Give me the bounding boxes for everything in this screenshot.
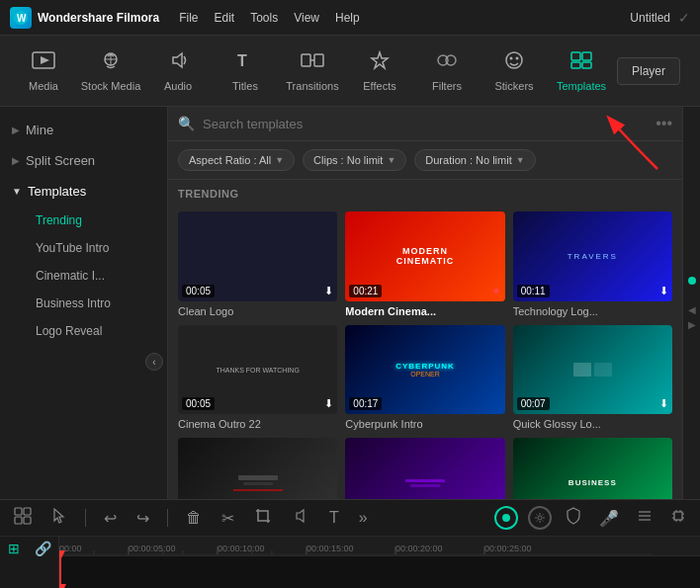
transitions-label: Transitions [286,80,338,92]
sidebar-split-screen-label: Split Screen [26,153,95,168]
toolbar-media[interactable]: Media [10,38,77,105]
right-panel-arrows[interactable]: ◀ ▶ [688,304,696,330]
player-button[interactable]: Player [617,57,680,85]
toolbar-transitions[interactable]: Transitions [279,38,346,105]
top-right: Untitled ✓ [630,10,690,26]
sidebar-item-templates[interactable]: ▼ Templates [0,176,167,207]
aspect-ratio-filter[interactable]: Aspect Ratio : All ▼ [178,149,295,171]
template-card-1[interactable]: 00:05 ⬇ Clean Logo [178,211,337,317]
toolbar-titles[interactable]: T Titles [212,38,279,105]
timeline-audio-button[interactable] [288,505,313,531]
stickers-label: Stickers [494,80,533,92]
menu-help[interactable]: Help [335,11,360,25]
scroll-up-icon[interactable]: ◀ [688,304,696,315]
toolbar-filters[interactable]: Filters [413,38,481,105]
sidebar-collapse-button[interactable]: ‹ [145,353,163,371]
duration-filter[interactable]: Duration : No limit ▼ [414,149,535,171]
template-card-9[interactable]: BUSINESS 00:24 Internet Business... [513,438,672,499]
timeline-grid-button[interactable] [10,505,36,531]
template-card-5[interactable]: CYBERPUNK OPENER 00:17 Cyberpunk Intro [345,325,504,431]
app-logo-icon: W [10,7,32,29]
svg-rect-29 [674,512,682,520]
timeline-ruler-area: 00:00 00:00:05:00 00:00:10:00 00:00:15:0… [59,537,700,588]
toolbar-audio[interactable]: Audio [144,38,212,105]
stock-media-icon [99,50,123,76]
svg-marker-3 [41,56,49,64]
aspect-ratio-chevron-icon: ▼ [275,155,284,165]
svg-rect-16 [571,52,580,60]
sidebar-sub-business-intro[interactable]: Business Intro [24,290,167,317]
menu-edit[interactable]: Edit [214,11,234,25]
effects-icon [368,50,392,76]
svg-rect-9 [314,54,323,66]
sidebar-sub-logo-reveal[interactable]: Logo Reveal [24,317,167,345]
timeline-scissors-button[interactable]: ✂ [218,507,238,530]
timeline-undo-button[interactable]: ↩ [100,507,121,530]
timeline-settings-button[interactable] [528,506,552,530]
app-logo: W Wondershare Filmora [10,7,159,29]
template-card-4[interactable]: THANKS FOR WATCHING 00:05 ⬇ Cinema Outro… [178,325,337,431]
timeline-list-button[interactable] [633,506,656,530]
clips-filter[interactable]: Clips : No limit ▼ [303,149,406,171]
timeline-text-button[interactable]: T [325,507,343,529]
template-card-2[interactable]: MODERN CINEMATIC 00:21 ★ Modern Cinema..… [345,211,504,317]
timeline-delete-button[interactable]: 🗑 [182,507,206,529]
main-area: ▶ Mine ▶ Split Screen ▼ Templates Trendi… [0,107,700,499]
template-duration-1: 00:05 [182,285,215,297]
sidebar-templates-children: Trending YouTube Intro Cinematic I... Bu… [0,207,167,345]
sidebar-sub-trending[interactable]: Trending [24,207,167,234]
menu-view[interactable]: View [294,11,319,25]
sidebar-mine-label: Mine [26,123,53,137]
top-bar: W Wondershare Filmora File Edit Tools Vi… [0,0,700,36]
timeline-crop-button[interactable] [250,505,276,531]
search-icon: 🔍 [178,116,195,131]
timeline-link-icon[interactable]: 🔗 [35,541,51,556]
timeline-track-grid-icon[interactable]: ⊞ [8,541,20,556]
template-duration-4: 00:05 [182,397,215,410]
timeline-ruler: 00:00 00:00:05:00 00:00:10:00 00:00:15:0… [59,537,700,556]
template-card-3[interactable]: TRAVERS 00:11 ⬇ Technology Log... [513,211,672,317]
svg-rect-24 [24,517,31,524]
template-card-7[interactable]: Glitch Logo Rev... [178,438,337,499]
search-input[interactable] [203,117,648,131]
timeline-more-button[interactable]: » [355,507,372,529]
toolbar-templates[interactable]: Templates [548,38,615,105]
right-panel-dot-active[interactable] [688,277,696,285]
duration-chevron-icon: ▼ [516,155,525,165]
timeline-redo-button[interactable]: ↪ [132,507,153,530]
template-card-8[interactable]: 00:05 Electronic Equip... [345,438,504,499]
timeline-track-controls: ⊞ 🔗 [0,537,59,588]
filters-icon [435,50,459,76]
template-thumb-9: BUSINESS 00:24 [513,438,672,499]
toolbar-stickers[interactable]: Stickers [481,38,548,105]
timeline-shield-button[interactable] [562,505,585,531]
more-options-button[interactable]: ••• [656,115,672,132]
timeline-cursor-button[interactable] [47,505,71,531]
mine-arrow-icon: ▶ [12,125,20,135]
template-duration-2: 00:21 [349,285,382,297]
sidebar-sub-cinematic[interactable]: Cinematic I... [24,262,167,290]
toolbar-stock-media[interactable]: Stock Media [77,38,144,105]
sidebar-sub-youtube-intro[interactable]: YouTube Intro [24,234,167,262]
menu-tools[interactable]: Tools [250,11,278,25]
content-wrapper: 🔍 ••• Aspect Ratio : All ▼ Clips : No li… [168,107,700,499]
svg-rect-19 [582,62,591,68]
template-card-6[interactable]: 00:07 ⬇ Quick Glossy Lo... [513,325,672,431]
timeline-cpu-button[interactable] [666,506,690,530]
sidebar-item-mine[interactable]: ▶ Mine [0,115,167,145]
svg-rect-22 [24,508,31,515]
sidebar-item-split-screen[interactable]: ▶ Split Screen [0,145,167,176]
timeline-track[interactable] [59,556,700,588]
template-dl-4: ⬇ [324,397,333,410]
template-name-2: Modern Cinema... [345,305,504,317]
timeline-mic-button[interactable]: 🎤 [595,507,623,530]
menu-file[interactable]: File [179,11,198,25]
template-thumb-4: THANKS FOR WATCHING 00:05 ⬇ [178,325,337,415]
timeline-separator-2 [167,509,168,527]
toolbar-effects[interactable]: Effects [346,38,413,105]
svg-point-25 [538,516,542,520]
svg-text:W: W [17,13,27,24]
menu-bar: File Edit Tools View Help [179,11,630,25]
timeline-record-button[interactable] [494,506,518,530]
scroll-down-icon[interactable]: ▶ [688,319,696,330]
